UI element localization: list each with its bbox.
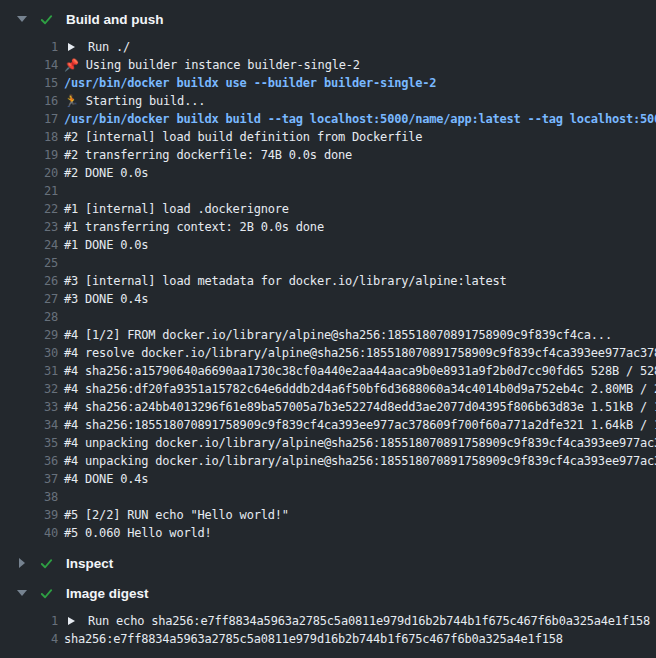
line-number[interactable]: 18 <box>0 130 58 144</box>
line-number[interactable]: 27 <box>0 292 58 306</box>
log-line: 38 <box>0 488 656 506</box>
line-number[interactable]: 14 <box>0 58 58 72</box>
log-text: #4 sha256:185518070891758909c9f839cf4ca3… <box>64 418 656 432</box>
log-text: 📌 Using builder instance builder-single-… <box>64 58 360 72</box>
log-text: #4 sha256:a15790640a6690aa1730c38cf0a440… <box>64 364 656 378</box>
line-number[interactable]: 24 <box>0 238 58 252</box>
log-line: 18 #2 [internal] load build definition f… <box>0 128 656 146</box>
log-text: #3 [internal] load metadata for docker.i… <box>64 274 507 288</box>
log-line: 28 <box>0 308 656 326</box>
line-number[interactable]: 38 <box>0 490 58 504</box>
log-line: 25 <box>0 254 656 272</box>
log-line: 19 #2 transferring dockerfile: 74B 0.0s … <box>0 146 656 164</box>
log-text: Run ./ <box>88 40 130 54</box>
line-number[interactable]: 37 <box>0 472 58 486</box>
log-line: 20 #2 DONE 0.0s <box>0 164 656 182</box>
log-text: #2 DONE 0.0s <box>64 166 148 180</box>
log-text: #2 [internal] load build definition from… <box>64 130 422 144</box>
check-icon <box>38 585 54 601</box>
log-line: 30 #4 resolve docker.io/library/alpine@s… <box>0 344 656 362</box>
log-line: 29 #4 [1/2] FROM docker.io/library/alpin… <box>0 326 656 344</box>
section-log-lines: 1 Run echo sha256:e7ff8834a5963a2785c5a0… <box>0 608 656 654</box>
log-line: 33 #4 sha256:a24bb4013296f61e89ba57005a7… <box>0 398 656 416</box>
line-number[interactable]: 40 <box>0 526 58 540</box>
log-text: #3 DONE 0.4s <box>64 292 148 306</box>
log-text: #1 transferring context: 2B 0.0s done <box>64 220 324 234</box>
line-number[interactable]: 35 <box>0 436 58 450</box>
log-text: #4 resolve docker.io/library/alpine@sha2… <box>64 346 656 360</box>
log-text: /usr/bin/docker buildx use --builder bui… <box>64 76 436 90</box>
log-line: 31 #4 sha256:a15790640a6690aa1730c38cf0a… <box>0 362 656 380</box>
log-section: Build and push 1 Run ./ 14 📌 Using build… <box>0 4 656 548</box>
line-number[interactable]: 19 <box>0 148 58 162</box>
chevron-down-icon[interactable] <box>16 16 28 22</box>
log-line: 16 🏃 Starting build... <box>0 92 656 110</box>
line-number[interactable]: 34 <box>0 418 58 432</box>
log-line: 36 #4 unpacking docker.io/library/alpine… <box>0 452 656 470</box>
log-line: 1 Run echo sha256:e7ff8834a5963a2785c5a0… <box>0 612 656 630</box>
chevron-down-icon[interactable] <box>16 590 28 596</box>
log-text: #5 0.060 Hello world! <box>64 526 212 540</box>
log-line: 32 #4 sha256:df20fa9351a15782c64e6dddb2d… <box>0 380 656 398</box>
expand-run-icon[interactable] <box>68 617 75 625</box>
line-number[interactable]: 1 <box>0 614 58 628</box>
line-number[interactable]: 21 <box>0 184 58 198</box>
log-line: 27 #3 DONE 0.4s <box>0 290 656 308</box>
section-header-image-digest[interactable]: Image digest <box>0 578 656 608</box>
line-number[interactable]: 32 <box>0 382 58 396</box>
chevron-right-icon[interactable] <box>16 558 28 568</box>
line-number[interactable]: 25 <box>0 256 58 270</box>
log-text: #1 [internal] load .dockerignore <box>64 202 289 216</box>
line-number[interactable]: 36 <box>0 454 58 468</box>
log-line: 4 sha256:e7ff8834a5963a2785c5a0811e979d1… <box>0 630 656 648</box>
section-title[interactable]: Build and push <box>66 12 164 27</box>
line-number[interactable]: 16 <box>0 94 58 108</box>
log-line: 22 #1 [internal] load .dockerignore <box>0 200 656 218</box>
log-text: sha256:e7ff8834a5963a2785c5a0811e979d16b… <box>64 632 563 646</box>
log-line: 39 #5 [2/2] RUN echo "Hello world!" <box>0 506 656 524</box>
log-line: 1 Run ./ <box>0 38 656 56</box>
log-text: 🏃 Starting build... <box>64 94 205 108</box>
line-number[interactable]: 22 <box>0 202 58 216</box>
line-number[interactable]: 4 <box>0 632 58 646</box>
log-line: 24 #1 DONE 0.0s <box>0 236 656 254</box>
line-number[interactable]: 20 <box>0 166 58 180</box>
log-line: 26 #3 [internal] load metadata for docke… <box>0 272 656 290</box>
log-text: #4 unpacking docker.io/library/alpine@sh… <box>64 454 656 468</box>
log-text: #4 unpacking docker.io/library/alpine@sh… <box>64 436 656 450</box>
line-number[interactable]: 17 <box>0 112 58 126</box>
section-header-inspect[interactable]: Inspect <box>0 548 656 578</box>
line-number[interactable]: 1 <box>0 40 58 54</box>
workflow-log-viewer: Build and push 1 Run ./ 14 📌 Using build… <box>0 4 656 654</box>
line-number[interactable]: 23 <box>0 220 58 234</box>
log-text: #1 DONE 0.0s <box>64 238 148 252</box>
log-section: Inspect <box>0 548 656 578</box>
log-line: 34 #4 sha256:185518070891758909c9f839cf4… <box>0 416 656 434</box>
line-number[interactable]: 28 <box>0 310 58 324</box>
line-number[interactable]: 33 <box>0 400 58 414</box>
log-text: /usr/bin/docker buildx build --tag local… <box>64 112 656 126</box>
line-number[interactable]: 39 <box>0 508 58 522</box>
log-line: 15 /usr/bin/docker buildx use --builder … <box>0 74 656 92</box>
log-section: Image digest 1 Run echo sha256:e7ff8834a… <box>0 578 656 654</box>
check-icon <box>38 11 54 27</box>
log-line: 23 #1 transferring context: 2B 0.0s done <box>0 218 656 236</box>
line-number[interactable]: 26 <box>0 274 58 288</box>
check-icon <box>38 555 54 571</box>
line-number[interactable]: 30 <box>0 346 58 360</box>
log-text: #5 [2/2] RUN echo "Hello world!" <box>64 508 289 522</box>
expand-run-icon[interactable] <box>68 43 75 51</box>
line-number[interactable]: 29 <box>0 328 58 342</box>
line-number[interactable]: 15 <box>0 76 58 90</box>
log-text: #4 DONE 0.4s <box>64 472 148 486</box>
log-line: 40 #5 0.060 Hello world! <box>0 524 656 542</box>
line-number[interactable]: 31 <box>0 364 58 378</box>
section-header-build-and-push[interactable]: Build and push <box>0 4 656 34</box>
section-title[interactable]: Inspect <box>66 556 113 571</box>
log-text: #4 sha256:df20fa9351a15782c64e6dddb2d4a6… <box>64 382 656 396</box>
log-line: 14 📌 Using builder instance builder-sing… <box>0 56 656 74</box>
log-line: 17 /usr/bin/docker buildx build --tag lo… <box>0 110 656 128</box>
log-text: #2 transferring dockerfile: 74B 0.0s don… <box>64 148 352 162</box>
log-line: 21 <box>0 182 656 200</box>
section-title[interactable]: Image digest <box>66 586 149 601</box>
